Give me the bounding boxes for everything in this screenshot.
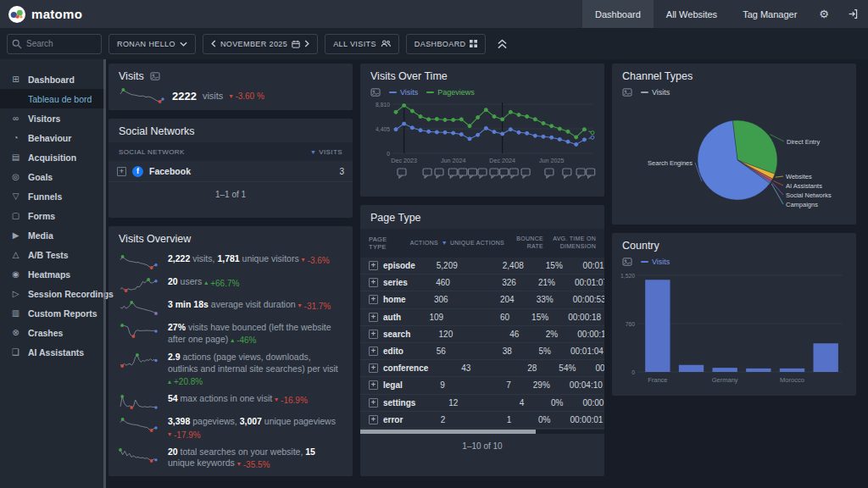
expand-row-icon[interactable]: + [369,363,378,373]
top-nav-tag-manager[interactable]: Tag Manager [730,0,810,28]
sidebar-item-acquisition[interactable]: ▤Acquisition [0,147,106,167]
social-network-column-header[interactable]: SOCIAL NETWORK [119,148,185,156]
svg-text:0: 0 [632,369,635,375]
expand-row-icon[interactable]: + [369,347,378,356]
annotation-bubble-icon[interactable] [423,169,431,178]
country-bar-5[interactable] [813,343,837,372]
horizontal-scrollbar[interactable] [360,430,604,434]
legend-pageviews[interactable]: Pageviews [426,88,475,97]
sidebar-item-session-recordings[interactable]: ▷Session Recordings [0,284,106,303]
annotation-bubble-icon[interactable] [478,169,487,178]
sign-out-icon[interactable] [838,0,868,28]
annotation-bubble-icon[interactable] [576,169,585,178]
annotation-bubble-icon[interactable] [521,169,530,178]
export-image-icon[interactable] [150,72,160,80]
column-2: Visits Over Time Visits Pageviews [360,64,604,476]
annotation-bubble-icon[interactable] [509,169,518,178]
visits-column-header[interactable]: ▼VISITS [310,148,342,156]
expand-row-icon[interactable]: + [369,278,378,287]
country-bar-morocco[interactable] [780,369,804,372]
sidebar-item-visitors[interactable]: ∞Visitors [0,108,106,128]
annotation-bubble-icon[interactable] [587,169,595,178]
expand-row-icon[interactable]: + [369,415,378,424]
sidebar-item-heatmaps[interactable]: ◉Heatmaps [0,264,106,284]
custom-reports-icon: ▥ [10,308,21,318]
social-row-facebook[interactable]: + f Facebook 3 [108,161,353,182]
top-nav-all-websites[interactable]: All Websites [654,0,730,28]
page-type-row-conference[interactable]: +conference432854%00:01:15 [360,360,604,377]
expand-row-icon[interactable]: + [369,330,378,339]
country-bar-3[interactable] [746,369,771,372]
expand-row-icon[interactable]: + [369,380,378,390]
annotation-bubble-icon[interactable] [563,169,571,178]
sidebar-item-tableau-de-bord[interactable]: Tableau de bord [0,89,106,108]
scrollbar-thumb[interactable] [360,430,536,434]
expand-row-icon[interactable]: + [117,167,126,176]
channel-types-pie-chart[interactable]: Direct EntryWebsitesAI AssistantsSocial … [612,99,852,221]
country-bar-1[interactable] [679,365,704,372]
page-type-row-settings[interactable]: +settings1240%00:00:10 [360,395,604,412]
page-type-row-legal[interactable]: +legal9729%00:04:10 [360,377,604,394]
sidebar-item-goals[interactable]: ◎Goals [0,167,106,186]
visits-over-time-chart[interactable]: 04,4058,810Dec 2023Jun 2024Dec 2024Jun 2… [365,99,599,191]
settings-gear-icon[interactable]: ⚙ [810,0,838,28]
sort-desc-icon: ▼ [442,240,448,246]
expand-row-icon[interactable]: + [369,313,378,322]
annotation-bubble-icon[interactable] [468,169,476,178]
column-header-bounce-rate[interactable]: BOUNCE RATE [504,236,543,251]
legend-visits[interactable]: Visits [641,258,670,266]
page-type-row-auth[interactable]: +auth1096015%00:00:18 [360,309,604,326]
sidebar-item-behaviour[interactable]: ◔Behaviour [0,128,106,147]
collapse-toolbar-icon[interactable] [498,39,507,49]
expand-row-icon[interactable]: + [369,295,378,304]
export-image-icon[interactable] [622,258,632,266]
page-type-row-error[interactable]: +error210%00:00:01 [360,412,604,429]
annotation-bubble-icon[interactable] [459,169,467,178]
country-bar-france[interactable] [645,280,670,372]
country-bar-chart[interactable]: 07601,520FranceGermanyMorocco [612,269,852,389]
annotation-bubble-icon[interactable] [448,169,457,178]
sidebar-item-dashboard[interactable]: ⊞Dashboard [0,69,106,89]
overview-row-6: 3,398 pageviews, 3,007 unique pageviews … [119,416,342,440]
column-header-actions[interactable]: ACTIONS [396,240,438,247]
legend-visits[interactable]: Visits [389,88,418,97]
country-bar-germany[interactable] [712,368,737,372]
column-header-unique-actions[interactable]: ▼UNIQUE ACTIONS [438,240,504,247]
page-type-row-home[interactable]: +home30620433%00:00:53 [360,291,604,308]
row-label: conference [383,363,428,373]
annotation-bubble-icon[interactable] [435,169,443,178]
sidebar-item-a-b-tests[interactable]: △A/B Tests [0,245,106,264]
annotation-bubble-icon[interactable] [398,169,406,178]
column-header-avg-time-on-dimension[interactable]: AVG. TIME ON DIMENSION [543,236,596,251]
sidebar-item-ai-assistants[interactable]: ❑AI Assistants [0,342,106,362]
page-type-row-edito[interactable]: +edito56385%00:01:04 [360,343,604,360]
sidebar-item-media[interactable]: ▶Media [0,225,106,245]
trend-down-icon: ▾ [298,302,302,310]
date-range-selector[interactable]: NOVEMBER 2025 [203,34,318,54]
segment-selector[interactable]: ALL VISITS [325,34,399,54]
export-image-icon[interactable] [622,88,632,97]
sidebar-item-forms[interactable]: ▢Forms [0,206,106,225]
top-nav-dashboard[interactable]: Dashboard [582,0,654,28]
matomo-logo[interactable]: matomo [8,6,82,23]
annotation-bubble-icon[interactable] [500,169,509,178]
site-selector[interactable]: RONAN HELLO [108,34,196,54]
legend-visits[interactable]: Visits [641,88,670,97]
sidebar-item-funnels[interactable]: ▽Funnels [0,186,106,206]
export-image-icon[interactable] [370,88,381,97]
annotation-bubble-icon[interactable] [545,169,554,178]
annotation-bubble-icon[interactable] [490,169,498,178]
page-type-row-series[interactable]: +series46032621%00:01:07 [360,274,604,291]
column-header-page-type[interactable]: PAGE TYPE [369,236,396,252]
expand-row-icon[interactable]: + [369,261,378,270]
page-type-row-episode[interactable]: +episode5,2092,40815%00:01:11 [360,258,604,274]
sidebar-scrollbar[interactable] [103,59,106,488]
next-period-icon[interactable] [304,40,309,47]
page-type-row-search[interactable]: +search120462%00:00:15 [360,326,604,343]
expand-row-icon[interactable]: + [369,398,378,408]
dashboard-selector[interactable]: DASHBOARD [406,34,487,54]
sidebar-item-crashes[interactable]: ⊗Crashes [0,323,106,342]
metric-text: 27% visits have bounced (left the websit… [168,322,342,346]
prev-period-icon[interactable] [211,40,216,47]
sidebar-item-custom-reports[interactable]: ▥Custom Reports [0,303,106,323]
